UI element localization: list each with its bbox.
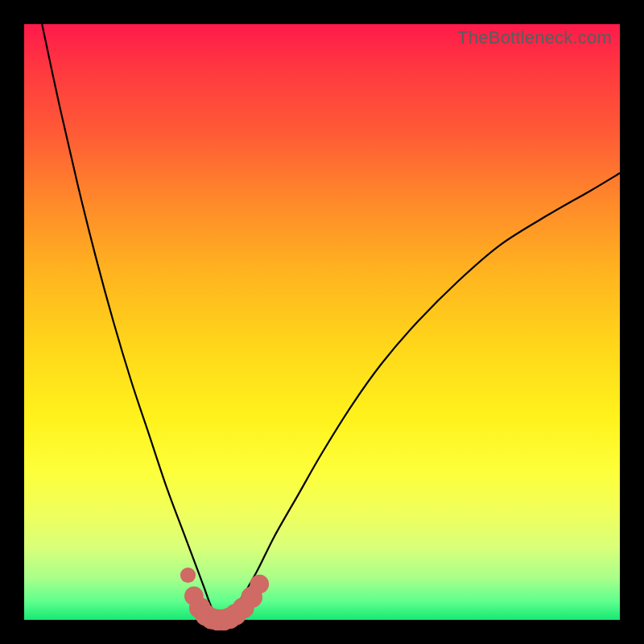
trough-marker-cluster [180, 568, 269, 630]
curve-right [221, 173, 620, 620]
trough-marker [250, 575, 269, 594]
chart-svg [24, 24, 620, 620]
curve-left [42, 24, 221, 620]
trough-marker [180, 568, 196, 583]
plot-area: TheBottleneck.com [24, 24, 620, 620]
